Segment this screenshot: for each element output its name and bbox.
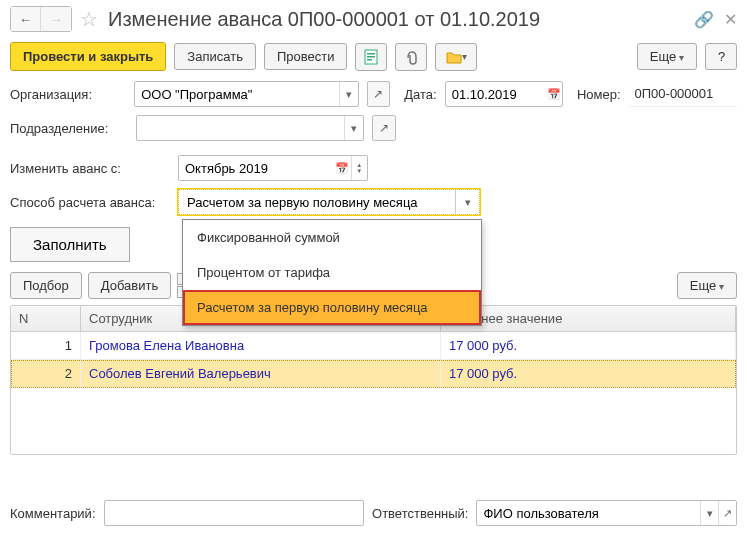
employees-grid[interactable]: N Сотрудник Прежнее значение 1 Громова Е… (10, 305, 737, 455)
dept-open-icon[interactable]: ↗ (372, 115, 396, 141)
forward-button[interactable]: → (41, 7, 71, 31)
dropdown-option[interactable]: Фиксированной суммой (183, 220, 481, 255)
svg-rect-3 (367, 59, 372, 61)
method-dropdown-icon[interactable]: ▾ (455, 190, 479, 214)
row-n: 1 (11, 332, 81, 359)
date-input[interactable] (446, 82, 545, 106)
comment-input[interactable] (105, 501, 364, 525)
org-field[interactable]: ▾ (134, 81, 358, 107)
favorite-star-icon[interactable]: ☆ (80, 7, 98, 31)
col-prev-value: Прежнее значение (441, 306, 736, 331)
dept-field[interactable]: ▾ (136, 115, 364, 141)
resp-dropdown-icon[interactable]: ▾ (701, 501, 718, 525)
window-title: Изменение аванса 0П00-000001 от 01.10.20… (108, 8, 688, 31)
month-calendar-icon[interactable]: 📅 (334, 156, 350, 180)
month-spinner[interactable]: ▲▼ (351, 156, 367, 180)
more-button[interactable]: Еще (637, 43, 697, 70)
change-from-field[interactable]: 📅 ▲▼ (178, 155, 368, 181)
resp-field[interactable]: ▾ ↗ (476, 500, 737, 526)
back-button[interactable]: ← (11, 7, 41, 31)
link-icon[interactable]: 🔗 (694, 10, 714, 29)
post-and-close-button[interactable]: Провести и закрыть (10, 42, 166, 71)
fill-button[interactable]: Заполнить (10, 227, 130, 262)
post-button[interactable]: Провести (264, 43, 348, 70)
resp-open-icon[interactable]: ↗ (719, 501, 736, 525)
comment-label: Комментарий: (10, 506, 96, 521)
method-input[interactable] (179, 190, 455, 214)
org-dropdown-icon[interactable]: ▾ (339, 82, 357, 106)
resp-label: Ответственный: (372, 506, 468, 521)
number-label: Номер: (577, 87, 621, 102)
change-from-label: Изменить аванс с: (10, 161, 170, 176)
date-label: Дата: (404, 87, 436, 102)
table-row[interactable]: 2 Соболев Евгений Валерьевич 17 000 руб. (11, 360, 736, 388)
add-button[interactable]: Добавить (88, 272, 171, 299)
help-button[interactable]: ? (705, 43, 737, 70)
dropdown-option[interactable]: Процентом от тарифа (183, 255, 481, 290)
row-employee[interactable]: Соболев Евгений Валерьевич (81, 360, 441, 387)
svg-rect-2 (367, 56, 375, 58)
method-dropdown[interactable]: Фиксированной суммой Процентом от тарифа… (182, 219, 482, 326)
svg-rect-1 (367, 53, 375, 55)
number-value: 0П00-000001 (629, 81, 737, 107)
org-open-icon[interactable]: ↗ (367, 81, 391, 107)
method-field[interactable]: ▾ (178, 189, 480, 215)
table-more-button[interactable]: Еще (677, 272, 737, 299)
row-n: 2 (11, 360, 81, 387)
col-n: N (11, 306, 81, 331)
org-label: Организация: (10, 87, 126, 102)
dept-input[interactable] (137, 116, 344, 140)
calendar-icon[interactable]: 📅 (545, 82, 562, 106)
close-icon[interactable]: ✕ (724, 10, 737, 29)
pick-button[interactable]: Подбор (10, 272, 82, 299)
dropdown-option[interactable]: Расчетом за первую половину месяца (183, 290, 481, 325)
dept-dropdown-icon[interactable]: ▾ (345, 116, 363, 140)
row-prev: 17 000 руб. (441, 332, 736, 359)
nav-back-forward[interactable]: ← → (10, 6, 72, 32)
report-icon-button[interactable] (355, 43, 387, 71)
save-button[interactable]: Записать (174, 43, 256, 70)
table-row[interactable]: 1 Громова Елена Ивановна 17 000 руб. (11, 332, 736, 360)
row-employee[interactable]: Громова Елена Ивановна (81, 332, 441, 359)
resp-input[interactable] (477, 501, 700, 525)
change-from-input[interactable] (179, 156, 334, 180)
folder-icon-button[interactable] (435, 43, 477, 71)
comment-field[interactable] (104, 500, 365, 526)
attach-icon-button[interactable] (395, 43, 427, 71)
org-input[interactable] (135, 82, 338, 106)
dept-label: Подразделение: (10, 121, 128, 136)
date-field[interactable]: 📅 (445, 81, 563, 107)
row-prev: 17 000 руб. (441, 360, 736, 387)
method-label: Способ расчета аванса: (10, 195, 170, 210)
